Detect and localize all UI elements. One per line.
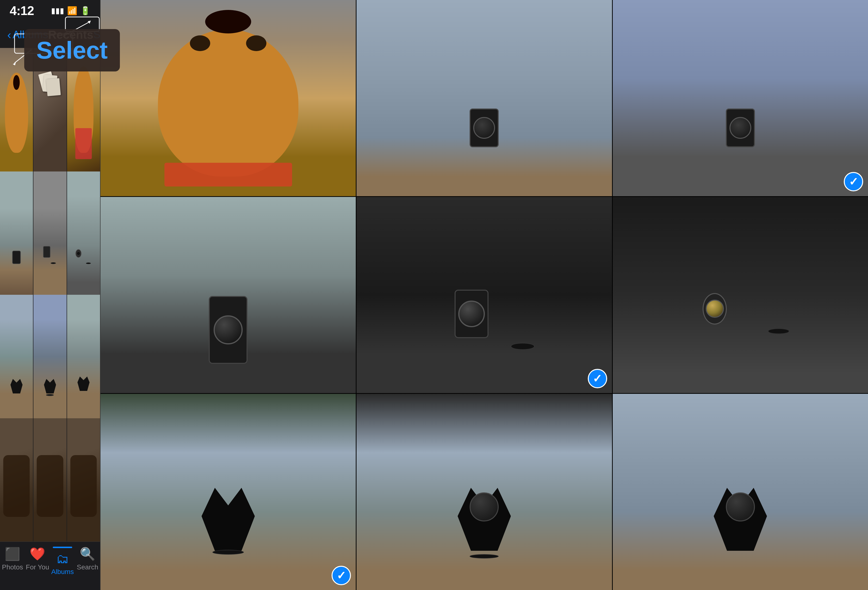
- grid-cell-lenshood3[interactable]: [67, 295, 100, 418]
- for-you-icon: ❤️: [30, 547, 45, 561]
- tab-albums-label: Albums: [51, 568, 74, 576]
- signal-icon: ▮▮▮: [51, 6, 64, 15]
- status-time: 4:12: [10, 3, 34, 18]
- check-badge-cell2: [844, 172, 863, 191]
- albums-icon: 🗂: [56, 552, 69, 566]
- grid-row-1: [0, 48, 100, 171]
- nav-albums-label: Albums: [13, 29, 48, 41]
- tab-photos[interactable]: ⬛ Photos: [0, 547, 25, 571]
- photos-icon: ⬛: [4, 547, 20, 561]
- check-badge-cell4: [588, 369, 607, 388]
- wifi-icon: 📶: [67, 6, 77, 16]
- nav-bar: ‹ Albums Recents Select: [0, 21, 100, 48]
- tab-search[interactable]: 🔍 Search: [75, 547, 100, 571]
- grid-cell-lenshood1[interactable]: [0, 295, 33, 418]
- grid-row-4: [0, 418, 100, 542]
- detail-cell-lenshood3[interactable]: [613, 394, 868, 590]
- grid-cell-person3[interactable]: [67, 418, 100, 542]
- detail-panel: [100, 0, 868, 590]
- nav-albums-button[interactable]: ‹ Albums: [7, 28, 48, 41]
- grid-cell-dog[interactable]: [0, 48, 33, 171]
- detail-cell-lenshood2[interactable]: [356, 394, 612, 590]
- detail-cell-lenshood1[interactable]: [100, 394, 356, 590]
- detail-cell-lens-small[interactable]: [613, 197, 868, 393]
- nav-title: Recents: [48, 28, 93, 41]
- grid-cell-polaroids[interactable]: [33, 48, 66, 171]
- detail-cell-lens-dark[interactable]: [613, 0, 868, 196]
- tab-albums[interactable]: 🗂 Albums: [50, 547, 75, 576]
- detail-cell-dog[interactable]: [100, 0, 356, 196]
- detail-cell-lens-medium[interactable]: [356, 197, 612, 393]
- detail-cell-lens-table1[interactable]: [356, 0, 612, 196]
- tab-bar: ⬛ Photos ❤️ For You 🗂 Albums 🔍 Search: [0, 541, 100, 590]
- search-icon: 🔍: [80, 547, 95, 561]
- grid-cell-lenshood2[interactable]: [33, 295, 66, 418]
- grid-cell-person2[interactable]: [33, 418, 66, 542]
- tab-active-indicator: [53, 547, 72, 548]
- detail-cell-lens-tall[interactable]: [100, 197, 356, 393]
- battery-icon: 🔋: [80, 6, 90, 16]
- check-badge-cell6: [332, 566, 351, 585]
- grid-cell-lens-small1[interactable]: [67, 171, 100, 295]
- chevron-left-icon: ‹: [7, 28, 11, 41]
- grid-cell-person1[interactable]: [0, 418, 33, 542]
- tab-for-you-label: For You: [26, 563, 49, 571]
- tab-search-label: Search: [77, 563, 98, 571]
- grid-cell-lens-cap1[interactable]: [33, 171, 66, 295]
- tab-for-you[interactable]: ❤️ For You: [25, 547, 50, 571]
- grid-row-3: [0, 295, 100, 418]
- status-bar: 4:12 ▮▮▮ 📶 🔋: [0, 0, 100, 21]
- grid-cell-beagle-harness[interactable]: [67, 48, 100, 171]
- grid-cell-lens-wood1[interactable]: [0, 171, 33, 295]
- tab-photos-label: Photos: [2, 563, 23, 571]
- phone-panel: 4:12 ▮▮▮ 📶 🔋 ‹ Albums Recents Select Sel…: [0, 0, 100, 590]
- status-icons: ▮▮▮ 📶 🔋: [51, 6, 90, 16]
- photo-grid: [0, 48, 100, 541]
- grid-row-2: [0, 171, 100, 295]
